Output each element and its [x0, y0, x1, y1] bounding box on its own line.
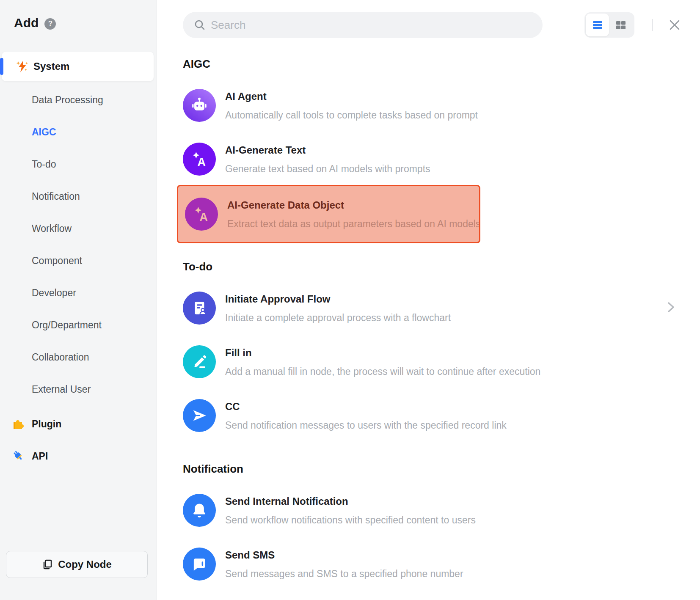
sidebar-item-org-department[interactable]: Org/Department	[0, 309, 157, 341]
sidebar-item-workflow[interactable]: Workflow	[0, 212, 157, 245]
node-title: Send Internal Notification	[225, 495, 476, 507]
ai-sparkle-icon: A	[183, 143, 216, 176]
puzzle-icon	[11, 417, 25, 431]
node-desc: Send workflow notifications with specifi…	[225, 515, 476, 526]
sidebar-item-label: API	[32, 451, 48, 462]
sidebar-item-plugin[interactable]: Plugin	[0, 408, 157, 440]
sidebar-item-system[interactable]: System	[2, 52, 154, 81]
grid-view-icon	[615, 20, 626, 30]
section-header-todo: To-do	[183, 260, 700, 273]
sidebar-item-external-user[interactable]: External User	[0, 373, 157, 405]
node-item-ai-generate-text[interactable]: A AI-Generate Text Generate text based o…	[183, 143, 700, 176]
bell-icon	[183, 494, 216, 527]
node-title: AI-Generate Data Object	[227, 199, 479, 211]
node-item-initiate-approval-flow[interactable]: Initiate Approval Flow Initiate a comple…	[183, 292, 700, 325]
search-icon	[194, 19, 206, 31]
node-desc: Add a manual fill in node, the process w…	[225, 366, 540, 377]
robot-icon	[183, 89, 216, 122]
svg-text:A: A	[197, 156, 205, 168]
node-desc: Initiate a complete approval process wit…	[225, 312, 451, 323]
topbar	[157, 0, 700, 38]
sidebar-header: Add ?	[0, 0, 157, 30]
node-desc: Send messages and SMS to a specified pho…	[225, 568, 463, 579]
close-icon	[668, 18, 681, 32]
help-icon[interactable]: ?	[44, 18, 56, 30]
sidebar-item-api[interactable]: API	[0, 440, 157, 472]
node-item-fill-in[interactable]: Fill in Add a manual fill in node, the p…	[183, 345, 700, 378]
send-icon	[183, 399, 216, 432]
node-desc: Send notification messages to users with…	[225, 420, 507, 431]
sidebar: Add ? System Data Processing AIGC To-do …	[0, 0, 157, 600]
node-item-send-sms[interactable]: Send SMS Send messages and SMS to a spec…	[183, 548, 700, 581]
sidebar-item-label: System	[33, 61, 69, 72]
sidebar-item-component[interactable]: Component	[0, 245, 157, 277]
chat-bubble-icon	[183, 548, 216, 581]
node-title: CC	[225, 401, 507, 413]
active-indicator-bar	[0, 58, 3, 75]
node-title: Send SMS	[225, 549, 463, 561]
highlight-box: A AI-Generate Data Object Extract text d…	[177, 185, 480, 243]
node-item-cc[interactable]: CC Send notification messages to users w…	[183, 399, 700, 432]
approval-doc-icon	[183, 292, 216, 325]
sidebar-item-developer[interactable]: Developer	[0, 277, 157, 309]
node-desc: Automatically call tools to complete tas…	[225, 110, 478, 121]
node-title: AI Agent	[225, 91, 478, 102]
section-header-notification: Notification	[183, 462, 700, 475]
sidebar-item-label: Plugin	[32, 418, 61, 430]
node-title: Fill in	[225, 347, 540, 359]
search-bar[interactable]	[183, 12, 543, 38]
ai-sparkle-icon: A	[185, 198, 218, 231]
node-item-ai-generate-data-object[interactable]: A AI-Generate Data Object Extract text d…	[185, 198, 479, 231]
main-panel: AIGC AI Agent Automatically call tools t…	[157, 0, 700, 600]
search-input[interactable]	[211, 19, 543, 32]
sidebar-item-todo[interactable]: To-do	[0, 148, 157, 180]
copy-node-button[interactable]: Copy Node	[6, 551, 148, 578]
sidebar-item-aigc[interactable]: AIGC	[0, 116, 157, 148]
node-title: Initiate Approval Flow	[225, 293, 451, 305]
node-list: AIGC AI Agent Automatically call tools t…	[157, 58, 700, 581]
node-title: AI-Generate Text	[225, 144, 430, 156]
sidebar-item-data-processing[interactable]: Data Processing	[0, 84, 157, 116]
topbar-divider	[652, 19, 653, 31]
chevron-right-icon[interactable]	[664, 301, 677, 314]
sidebar-item-notification[interactable]: Notification	[0, 180, 157, 212]
spark-bolt-icon	[15, 59, 30, 74]
sidebar-nav: Data Processing AIGC To-do Notification …	[0, 84, 157, 472]
pencil-icon	[183, 345, 216, 378]
node-item-ai-agent[interactable]: AI Agent Automatically call tools to com…	[183, 89, 700, 122]
close-button[interactable]	[666, 17, 683, 33]
sidebar-item-collaboration[interactable]: Collaboration	[0, 341, 157, 373]
copy-icon	[42, 559, 53, 570]
list-view-toggle[interactable]	[586, 14, 609, 36]
node-desc: Generate text based on AI models with pr…	[225, 163, 430, 174]
section-header-aigc: AIGC	[183, 58, 700, 70]
plug-icon	[11, 449, 25, 463]
svg-text:A: A	[199, 211, 207, 223]
node-desc: Extract text data as output parameters b…	[227, 218, 479, 229]
copy-node-label: Copy Node	[58, 559, 112, 570]
view-toggle	[584, 12, 634, 38]
page-title: Add	[14, 16, 39, 30]
node-item-send-internal-notification[interactable]: Send Internal Notification Send workflow…	[183, 494, 700, 527]
grid-view-toggle[interactable]	[609, 14, 632, 36]
list-view-icon	[592, 20, 603, 30]
